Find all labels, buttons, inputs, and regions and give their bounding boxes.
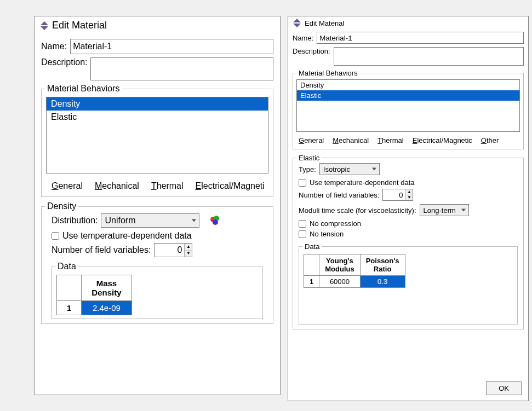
num-field-vars-label: Number of field variables: — [299, 191, 379, 199]
description-label: Description: — [293, 47, 330, 55]
name-field[interactable] — [317, 32, 524, 44]
no-tension-label: No tension — [310, 230, 344, 238]
use-temp-dep-checkbox[interactable] — [299, 179, 306, 187]
spinner-buttons[interactable]: ▲▼ — [405, 189, 413, 200]
no-tension-checkbox[interactable] — [299, 230, 306, 238]
material-behaviors-group: Material Behaviors Density Elastic Gener… — [293, 69, 524, 149]
menu-mechanical[interactable]: Mechanical — [95, 181, 139, 191]
ok-button[interactable]: OK — [486, 381, 522, 395]
data-legend: Data — [302, 242, 322, 251]
distribution-value: Uniform — [105, 216, 135, 225]
use-temp-dep-check[interactable]: Use temperature-dependent data — [52, 231, 263, 241]
table-row[interactable]: 1 2.4e-09 — [57, 301, 132, 315]
dialog-title: Edit Material — [305, 19, 344, 27]
col-mass-density: MassDensity — [82, 275, 131, 301]
use-temp-dep-label: Use temperature-dependent data — [62, 231, 192, 241]
moduli-time-scale-select[interactable]: Long-term — [420, 204, 469, 216]
num-field-vars-input[interactable] — [383, 189, 405, 200]
density-legend: Density — [45, 201, 78, 211]
cell-poissons-ratio[interactable]: 0.3 — [360, 276, 405, 288]
edit-material-dialog-elastic: Edit Material Name: Description: Materia… — [288, 16, 529, 401]
no-compression-check[interactable]: No compression — [299, 219, 518, 228]
dialog-title: Edit Material — [52, 20, 107, 31]
titlebar: Edit Material — [35, 16, 280, 34]
name-label: Name: — [293, 34, 313, 42]
edit-material-dialog-density: Edit Material Name: Description: Materia… — [34, 16, 281, 395]
row-number: 1 — [304, 276, 319, 288]
distribution-label: Distribution: — [52, 216, 98, 225]
behavior-item-density[interactable]: Density — [297, 80, 519, 90]
use-temp-dep-check[interactable]: Use temperature-dependent data — [299, 178, 518, 187]
menu-other[interactable]: Other — [481, 136, 499, 144]
name-field[interactable] — [70, 39, 273, 54]
table-corner — [304, 254, 319, 276]
menu-thermal[interactable]: Thermal — [151, 181, 184, 191]
cell-youngs-modulus[interactable]: 60000 — [319, 276, 360, 288]
type-select[interactable]: Isotropic — [319, 163, 380, 175]
elastic-legend: Elastic — [296, 154, 322, 162]
moduli-time-scale-label: Moduli time scale (for viscoelasticity): — [299, 206, 416, 215]
distribution-select[interactable]: Uniform — [101, 213, 199, 228]
num-field-vars-input[interactable] — [155, 244, 184, 257]
moduli-time-scale-value: Long-term — [424, 206, 456, 215]
name-label: Name: — [41, 42, 67, 51]
behavior-menubar: General Mechanical Thermal EElectrical/M… — [42, 177, 273, 196]
menu-general[interactable]: General — [299, 136, 324, 144]
density-data-group: Data MassDensity 1 2.4e-09 — [52, 262, 263, 319]
material-behaviors-legend: Material Behaviors — [45, 84, 122, 94]
menu-electrical-magnetic[interactable]: EElectrical/Magnetilectrical/Magneti — [196, 181, 265, 191]
menu-general[interactable]: General — [52, 181, 83, 191]
elastic-group: Elastic Type: Isotropic Use temperature-… — [293, 154, 524, 329]
density-group: Density Distribution: Uniform Use temper — [41, 201, 273, 324]
behavior-list[interactable]: Density Elastic — [296, 79, 520, 132]
table-corner — [57, 275, 82, 301]
use-temp-dep-label: Use temperature-dependent data — [310, 178, 415, 187]
density-data-table[interactable]: MassDensity 1 2.4e-09 — [56, 275, 132, 315]
elastic-data-group: Data Young'sModulus Poisson'sRatio 1 600… — [299, 242, 518, 325]
app-icon — [293, 19, 301, 27]
use-temp-dep-checkbox[interactable] — [52, 232, 59, 240]
app-icon — [40, 21, 49, 30]
num-field-vars-label: Number of field variables: — [52, 245, 151, 255]
material-behaviors-group: Material Behaviors Density Elastic Gener… — [41, 84, 273, 197]
no-compression-checkbox[interactable] — [299, 220, 306, 228]
behavior-list[interactable]: Density Elastic — [46, 97, 268, 173]
type-label: Type: — [299, 165, 316, 173]
menu-thermal[interactable]: Thermal — [377, 136, 404, 144]
col-youngs-modulus: Young'sModulus — [319, 254, 360, 276]
description-label: Description: — [41, 57, 87, 67]
material-behaviors-legend: Material Behaviors — [296, 69, 360, 77]
col-poissons-ratio: Poisson'sRatio — [360, 254, 405, 276]
type-value: Isotropic — [323, 165, 350, 173]
table-row[interactable]: 1 60000 0.3 — [304, 276, 405, 288]
menu-mechanical[interactable]: Mechanical — [333, 136, 369, 144]
cell-mass-density[interactable]: 2.4e-09 — [82, 301, 131, 315]
color-picker-icon[interactable] — [210, 216, 220, 225]
num-field-vars-spinner[interactable]: ▲▼ — [154, 243, 192, 257]
titlebar: Edit Material — [288, 16, 528, 30]
menu-electrical-magnetic[interactable]: Electrical/Magnetic — [413, 136, 472, 144]
row-number: 1 — [57, 301, 82, 315]
data-legend: Data — [55, 262, 78, 271]
behavior-item-elastic[interactable]: Elastic — [297, 90, 519, 101]
num-field-vars-spinner[interactable]: ▲▼ — [382, 189, 413, 201]
behavior-menubar: General Mechanical Thermal Electrical/Ma… — [293, 133, 523, 149]
description-field[interactable] — [334, 47, 524, 66]
behavior-item-density[interactable]: Density — [47, 97, 268, 111]
behavior-item-elastic[interactable]: Elastic — [47, 111, 268, 124]
spinner-buttons[interactable]: ▲▼ — [184, 244, 192, 257]
elastic-data-table[interactable]: Young'sModulus Poisson'sRatio 1 60000 0.… — [304, 254, 405, 288]
no-tension-check[interactable]: No tension — [299, 230, 518, 238]
no-compression-label: No compression — [310, 219, 361, 228]
description-field[interactable] — [90, 57, 273, 80]
